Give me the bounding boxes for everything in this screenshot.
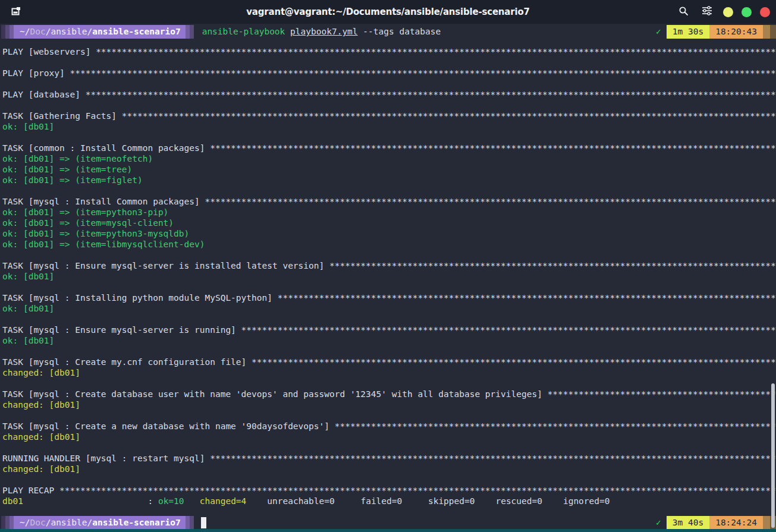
bottom-edge-strip — [0, 529, 776, 532]
success-check-icon: ✓ — [651, 25, 667, 39]
terminal-line: ok: [db01] — [2, 271, 776, 282]
terminal-line: ok: [db01] => (item=python3-mysqldb) — [2, 228, 776, 239]
terminal-line — [2, 410, 776, 421]
terminal-line: RUNNING HANDLER [mysql : restart mysql] … — [2, 453, 776, 464]
titlebar: vagrant@vagrant:~/Documents/ansible/ansi… — [0, 0, 776, 24]
terminal-line: ok: [db01] => (item=mysql-client) — [2, 218, 776, 228]
window-title: vagrant@vagrant:~/Documents/ansible/ansi… — [0, 7, 776, 17]
scrollbar-thumb[interactable] — [771, 383, 775, 528]
terminal-line: TASK [mysql : Install Common packages] *… — [2, 196, 776, 207]
terminal-line: TASK [mysql : Ensure mysql-server is run… — [2, 325, 776, 335]
terminal-line — [2, 57, 776, 68]
terminal-line — [2, 100, 776, 111]
duration-badge: 3m 40s — [667, 516, 709, 530]
terminal-line — [2, 378, 776, 389]
terminal-line: ok: [db01] => (item=neofetch) — [2, 153, 776, 164]
current-directory: ~/Doc/ansible/ansible-scenario7 — [14, 25, 186, 39]
terminal-line — [2, 185, 776, 196]
search-button[interactable] — [676, 4, 691, 20]
time-badge: 18:24:24 — [709, 516, 763, 530]
powerline-path-segment: ~/Doc/ansible/ansible-scenario7 — [1, 516, 194, 530]
terminal-line: TASK [mysql : Create database user with … — [2, 389, 776, 399]
path-part: ~/ — [20, 27, 30, 36]
terminal-line: ok: [db01] => (item=tree) — [2, 164, 776, 175]
terminal-line — [2, 132, 776, 143]
path-part: ansible-scenario7 — [92, 27, 180, 36]
terminal-line: changed: [db01] — [2, 399, 776, 410]
terminal-output[interactable]: PLAY [webservers] **********************… — [0, 39, 776, 516]
powerline-path-segment: ~/Doc/ansible/ansible-scenario7 — [1, 25, 194, 39]
prompt-status-top: ✓ 1m 30s 18:20:43 — [651, 25, 776, 39]
path-part: ansible-scenario7 — [92, 518, 180, 527]
terminal-line: TASK [Gathering Facts] *****************… — [2, 111, 776, 121]
terminal-line: ok: [db01] — [2, 121, 776, 132]
duration-badge: 1m 30s — [667, 25, 709, 39]
terminal-line: changed: [db01] — [2, 464, 776, 474]
terminal-line — [2, 78, 776, 89]
terminal-line — [2, 346, 776, 357]
path-part: Doc — [30, 518, 45, 527]
terminal-line: ok: [db01] — [2, 303, 776, 314]
terminal-line: db01 : ok=10 changed=4 unreachable=0 fai… — [2, 496, 776, 506]
terminal-line — [2, 506, 776, 516]
current-directory: ~/Doc/ansible/ansible-scenario7 — [14, 516, 186, 530]
menu-button[interactable] — [699, 4, 715, 20]
terminal-line: PLAY [database] ************************… — [2, 89, 776, 100]
terminal-line: changed: [db01] — [2, 367, 776, 378]
terminal-line: PLAY [webservers] **********************… — [2, 46, 776, 57]
command-arg-file: playbook7.yml — [290, 27, 358, 36]
terminal-line: ok: [db01] => (item=figlet) — [2, 175, 776, 185]
terminal-line: TASK [mysql : Create my.cnf configuratio… — [2, 357, 776, 367]
success-check-icon: ✓ — [651, 516, 667, 530]
command-token: --tags database — [358, 27, 441, 36]
terminal-window: vagrant@vagrant:~/Documents/ansible/ansi… — [0, 0, 776, 532]
terminal-line: changed: [db01] — [2, 432, 776, 442]
minimize-button[interactable] — [723, 7, 733, 17]
command-token: ansible-playbook — [202, 27, 285, 36]
close-button[interactable] — [760, 7, 770, 17]
prompt-line-bottom: ~/Doc/ansible/ansible-scenario7 ✓ 3m 40s… — [0, 516, 776, 529]
terminal-line: ok: [db01] — [2, 335, 776, 346]
terminal-line: PLAY [proxy] ***************************… — [2, 68, 776, 78]
terminal-line: TASK [mysql : Create a new database with… — [2, 421, 776, 432]
terminal-line: PLAY RECAP *****************************… — [2, 485, 776, 496]
terminal-line: TASK [common : Install Common packages] … — [2, 143, 776, 153]
terminal-line — [2, 282, 776, 292]
prompt-status-bottom: ✓ 3m 40s 18:24:24 — [651, 516, 776, 530]
path-part: Doc — [30, 27, 45, 36]
terminal-line — [2, 250, 776, 260]
path-part: ~/ — [20, 518, 30, 527]
path-part: /ansible/ — [46, 27, 93, 36]
path-part: /ansible/ — [46, 518, 93, 527]
maximize-button[interactable] — [742, 7, 752, 17]
terminal-line — [2, 442, 776, 453]
terminal-cursor[interactable] — [201, 517, 206, 528]
terminal-line: ok: [db01] => (item=libmysqlclient-dev) — [2, 239, 776, 250]
search-icon — [678, 6, 689, 18]
terminal-line: TASK [mysql : Ensure mysql-server is ins… — [2, 260, 776, 271]
sliders-menu-icon — [702, 6, 712, 18]
terminal-line: TASK [mysql : Installing python module M… — [2, 292, 776, 303]
time-badge: 18:20:43 — [709, 25, 763, 39]
command-text: ansible-playbook playbook7.yml --tags da… — [202, 27, 441, 36]
terminal-line — [2, 474, 776, 485]
prompt-line-top: ~/Doc/ansible/ansible-scenario7 ansible-… — [0, 24, 776, 39]
terminal-line: ok: [db01] => (item=python3-pip) — [2, 207, 776, 218]
command-token — [285, 27, 290, 36]
terminal-line — [2, 314, 776, 325]
